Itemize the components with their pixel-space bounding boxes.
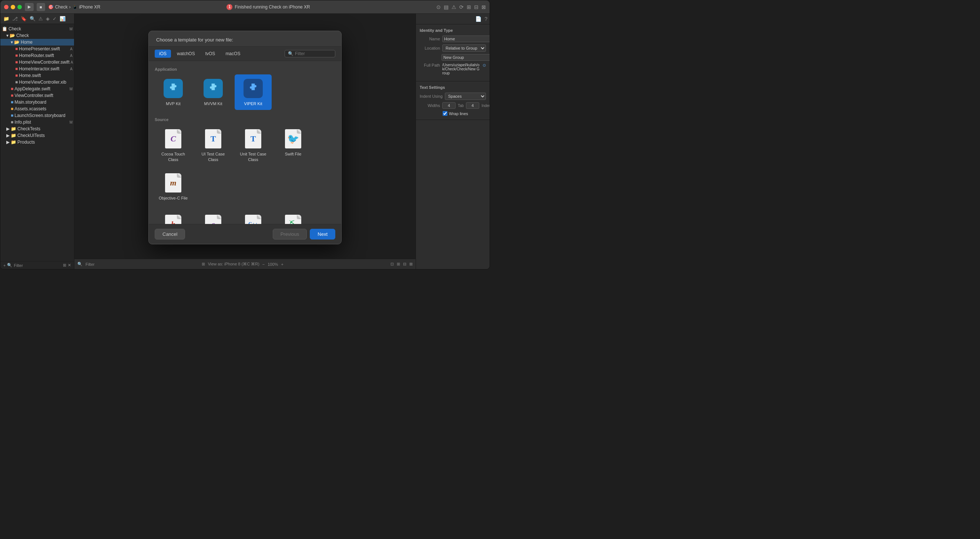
sidebar-item-HomeRouter[interactable]: ■ HomeRouter.swift A xyxy=(0,52,74,59)
layout-icon2[interactable]: ⊞ xyxy=(467,4,471,10)
section-source-header: Source xyxy=(155,116,335,125)
template-label: Objective-C File xyxy=(159,195,188,201)
tab-width-input[interactable] xyxy=(442,102,456,109)
breadcrumb-project[interactable]: Check xyxy=(55,5,68,10)
template-swift-file[interactable]: 🐦 Swift File xyxy=(275,125,312,166)
maximize-button[interactable] xyxy=(18,5,22,9)
sidebar-item-Home[interactable]: ■ Home.swift xyxy=(0,72,74,79)
folder-icon: 📁 xyxy=(11,140,16,145)
close-button[interactable] xyxy=(4,5,8,9)
refresh-icon[interactable]: ⟳ xyxy=(459,4,464,10)
tab-ios[interactable]: iOS xyxy=(155,49,171,58)
tab-macos[interactable]: macOS xyxy=(221,49,245,58)
sidebar-item-HomeViewController[interactable]: ■ HomeViewController.swift A xyxy=(0,59,74,65)
sidebar-item-Assets[interactable]: ■ Assets.xcassets xyxy=(0,105,74,112)
layout-icon4[interactable]: ⊠ xyxy=(482,4,486,10)
search-icon[interactable]: 🔍 xyxy=(29,15,36,22)
sidebar-item-Products[interactable]: ▶ 📁 Products xyxy=(0,139,74,145)
metal-icon: ⛏ xyxy=(289,220,297,224)
template-viper-kit[interactable]: VIPER Kit xyxy=(235,74,272,110)
cancel-button[interactable]: Cancel xyxy=(155,229,185,239)
stop-button[interactable]: ■ xyxy=(37,3,45,11)
modal-filter[interactable]: 🔍 xyxy=(285,50,335,57)
template-mvp-kit[interactable]: MVP Kit xyxy=(155,74,192,110)
layout-btn1[interactable]: ⊞ xyxy=(397,262,400,266)
tab-tvos[interactable]: tvOS xyxy=(201,49,220,58)
path-reveal-icon[interactable]: ⊙ xyxy=(483,63,486,68)
add-file-button[interactable]: + xyxy=(3,263,6,268)
template-metal-file[interactable]: ⛏ Metal File xyxy=(275,210,312,224)
folder-icon[interactable]: 📁 xyxy=(3,15,10,22)
inspector-tab[interactable]: 📄 xyxy=(474,15,482,22)
sidebar-item-ViewController[interactable]: ■ ViewController.swift xyxy=(0,92,74,99)
cocoa-touch-file-icon: C xyxy=(165,129,181,148)
template-label: MVVM Kit xyxy=(204,101,223,106)
sidebar-item-HomeInteractor[interactable]: ■ HomeInteractor.swift A xyxy=(0,65,74,72)
folder-icon: 📂 xyxy=(14,40,20,45)
template-cpp-file[interactable]: C++ C++ File xyxy=(235,210,272,224)
file-letter: c xyxy=(211,220,215,224)
sidebar-item-HomePresenter[interactable]: ■ HomePresenter.swift A xyxy=(0,46,74,52)
item-label: Products xyxy=(18,140,35,145)
template-unit-test[interactable]: T Unit Test Case Class xyxy=(235,125,272,166)
ui-test-icon-box: T xyxy=(203,128,224,149)
sidebar-item-Main[interactable]: ■ Main.storyboard xyxy=(0,99,74,105)
minimize-button[interactable] xyxy=(11,5,15,9)
warning-icon[interactable]: ⚠ xyxy=(452,4,456,10)
test-icon[interactable]: ✓ xyxy=(52,15,57,22)
name-input[interactable] xyxy=(442,35,490,42)
new-group-input[interactable] xyxy=(442,54,490,61)
template-ui-test[interactable]: T UI Test Case Class xyxy=(195,125,232,166)
layout-icon3[interactable]: ⊟ xyxy=(474,4,479,10)
template-c-file[interactable]: c C File xyxy=(195,210,232,224)
git-icon[interactable]: ⎇ xyxy=(11,15,19,22)
location-select[interactable]: Relative to Group Absolute Path xyxy=(442,45,486,52)
filter-input[interactable] xyxy=(295,51,332,56)
report-icon[interactable]: 📊 xyxy=(59,15,66,22)
warning-sidebar-icon[interactable]: ⚠ xyxy=(38,15,44,22)
indent-width-input[interactable] xyxy=(466,102,479,109)
breakpoint-icon[interactable]: ◈ xyxy=(45,15,50,22)
zoom-in-btn[interactable]: + xyxy=(281,262,283,266)
cpp-file-icon: C++ xyxy=(245,215,261,224)
sidebar-item-Info[interactable]: ■ Info.plist M xyxy=(0,119,74,126)
status-text: Finished running Check on iPhone XR xyxy=(235,5,310,10)
sidebar-item-check-folder[interactable]: ▾ 📂 Check xyxy=(0,32,74,39)
full-path-value: /Users/uziapel/kuliah/ok/Check/Check/New… xyxy=(442,63,480,75)
layout-icon1[interactable]: ▤ xyxy=(444,4,449,10)
sidebar-item-CheckTests[interactable]: ▶ 📁 CheckTests xyxy=(0,126,74,132)
file-letter: h xyxy=(171,220,175,224)
sidebar-item-home-folder[interactable]: ▾ 📂 Home xyxy=(0,39,74,46)
template-cocoa-touch[interactable]: C Cocoa Touch Class xyxy=(155,125,192,166)
sidebar-item-AppDelegate[interactable]: ■ AppDelegate.swift M xyxy=(0,86,74,92)
sidebar-item-LaunchScreen[interactable]: ■ LaunchScreen.storyboard xyxy=(0,112,74,119)
zoom-out-btn[interactable]: − xyxy=(262,262,265,266)
next-button[interactable]: Next xyxy=(310,229,335,239)
template-mvvm-kit[interactable]: MVVM Kit xyxy=(195,74,232,110)
wrap-lines-checkbox[interactable] xyxy=(442,111,447,116)
sidebar-item-check-project[interactable]: 📋 Check M xyxy=(0,26,74,32)
mvvm-icon xyxy=(204,79,223,98)
run-button[interactable]: ▶ xyxy=(25,3,34,11)
layout-btn2[interactable]: ⊟ xyxy=(403,262,406,266)
indent-using-select[interactable]: Spaces Tabs xyxy=(445,92,486,100)
template-objc-file[interactable]: m Objective-C File xyxy=(155,169,192,204)
zoom-level: 100% xyxy=(267,262,278,266)
filter-options-icon[interactable]: ⊞ xyxy=(63,263,66,268)
sidebar-item-HomeViewControllerXib[interactable]: ■ HomeViewController.xib xyxy=(0,79,74,86)
filter-label[interactable]: Filter xyxy=(14,263,22,268)
item-label: HomeViewController.swift xyxy=(19,60,70,65)
layout-btn3[interactable]: ⊠ xyxy=(409,262,413,266)
template-header-file[interactable]: h Header File xyxy=(155,210,192,224)
tab-watchos[interactable]: watchOS xyxy=(172,49,199,58)
filter-label[interactable]: Filter xyxy=(86,262,94,266)
fit-btn[interactable]: ⊡ xyxy=(390,262,394,266)
bookmark-icon[interactable]: 🔖 xyxy=(20,15,27,22)
previous-button[interactable]: Previous xyxy=(273,229,307,239)
filter-clear-icon[interactable]: ✕ xyxy=(68,263,71,268)
project-icon: 📋 xyxy=(2,26,7,32)
metal-file-icon: ⛏ xyxy=(285,215,301,224)
sidebar-item-CheckUITests[interactable]: ▶ 📁 CheckUITests xyxy=(0,132,74,139)
help-tab[interactable]: ? xyxy=(484,15,488,22)
location-icon[interactable]: ⊙ xyxy=(436,4,441,10)
